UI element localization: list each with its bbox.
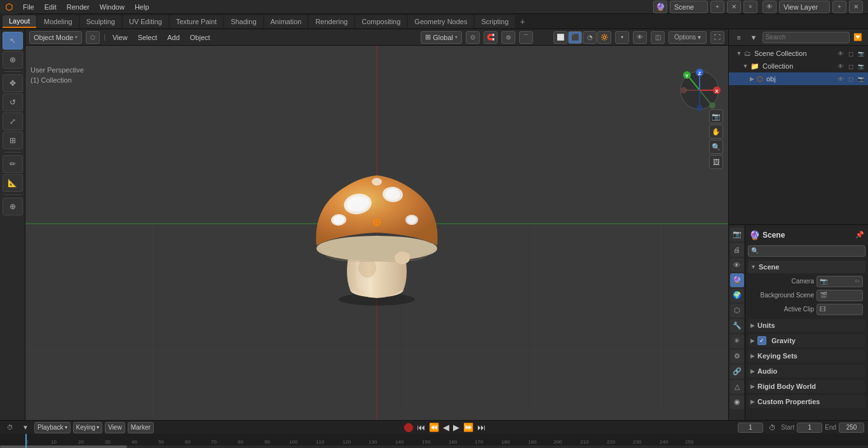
zoom-btn[interactable]: 🔍 (709, 140, 723, 154)
prop-tab-data[interactable]: △ (730, 380, 744, 394)
start-frame-input[interactable]: 1 (797, 423, 822, 433)
viewport-scene[interactable]: User Perspective (1) Collection X Y (25, 46, 728, 420)
prop-section-keying-header[interactable]: ▶ Keying Sets (748, 350, 865, 362)
tab-shading[interactable]: Shading (224, 15, 262, 28)
tab-modeling[interactable]: Modeling (37, 15, 79, 28)
proportional-btn[interactable]: ⊚ (501, 31, 515, 44)
step-forward-btn[interactable]: ⏩ (462, 423, 475, 432)
new-scene-btn[interactable]: + (710, 1, 724, 13)
wireframe-shading-btn[interactable]: ⬜ (553, 31, 567, 44)
scene-selector[interactable]: Scene (670, 1, 708, 13)
outliner-filter-btn[interactable]: 🔽 (852, 31, 864, 44)
record-btn[interactable] (404, 423, 413, 432)
tool-annotate[interactable]: ✏ (3, 155, 23, 173)
background-scene-value[interactable]: 🎬 (817, 290, 863, 301)
prop-tab-object[interactable]: ⬡ (730, 304, 744, 318)
tool-add[interactable]: ⊕ (3, 198, 23, 215)
menu-file[interactable]: File (18, 0, 39, 14)
sc-render-icon[interactable]: 📷 (857, 49, 865, 58)
fullscreen-btn[interactable]: ⛶ (710, 31, 724, 44)
prop-section-audio-header[interactable]: ▶ Audio (748, 365, 865, 377)
vp-select-menu[interactable]: Select (135, 31, 161, 44)
tool-rotate[interactable]: ↺ (3, 93, 23, 111)
xray-btn[interactable]: ◫ (651, 31, 665, 44)
current-frame-input[interactable]: 1 (738, 423, 763, 433)
vp-add-menu[interactable]: Add (164, 31, 183, 44)
menu-help[interactable]: Help (130, 0, 154, 14)
prop-tab-modifiers[interactable]: 🔧 (730, 319, 744, 333)
play-reverse-btn[interactable]: ◀ (442, 423, 451, 432)
tab-rendering[interactable]: Rendering (309, 15, 354, 28)
camera-view-btn[interactable]: 📷 (709, 109, 723, 123)
obj-select-icon[interactable]: ◻ (846, 74, 855, 83)
transform-pivot-btn[interactable]: ⊙ (466, 31, 480, 44)
prop-pin-btn[interactable]: 📌 (855, 231, 864, 239)
proportional2-btn[interactable]: ⌒ (519, 31, 533, 44)
prop-tab-view-layer[interactable]: 👁 (730, 258, 744, 272)
rendered-shading-btn[interactable]: 🔆 (597, 31, 611, 44)
hand-pan-btn[interactable]: ✋ (709, 125, 723, 139)
prop-tab-scene[interactable]: 🔮 (730, 273, 744, 287)
menu-edit[interactable]: Edit (39, 0, 62, 14)
tool-select[interactable]: ↖ (3, 32, 23, 50)
prop-section-scene-header[interactable]: ▼ Scene (748, 261, 865, 273)
vp-view-menu[interactable]: View (109, 31, 131, 44)
keying-dropdown[interactable]: Keying ▾ (73, 422, 103, 433)
tool-scale[interactable]: ⤢ (3, 112, 23, 130)
scene-menu-btn[interactable]: ≡ (743, 1, 757, 13)
scrubber[interactable]: 0 10 20 30 40 50 60 70 80 90 100 110 120… (0, 434, 868, 448)
prop-tab-world[interactable]: 🌍 (730, 288, 744, 302)
new-viewlayer-btn[interactable]: + (832, 1, 846, 13)
transform-gizmo[interactable] (372, 217, 382, 229)
expand-scene-collection[interactable]: ▼ (735, 50, 743, 57)
overlay-btn[interactable]: 👁 (633, 31, 647, 44)
add-workspace-btn[interactable]: + (516, 15, 529, 28)
gravity-checkbox-box[interactable]: ✓ (757, 336, 766, 345)
obj-vis-icon[interactable]: 👁 (836, 74, 845, 83)
nav-gizmo[interactable]: X Y Z (677, 68, 722, 112)
delete-scene-btn[interactable]: ✕ (727, 1, 741, 13)
tab-geometry-nodes[interactable]: Geometry Nodes (408, 15, 473, 28)
tool-transform[interactable]: ⊞ (3, 132, 23, 149)
outliner-view-icon[interactable]: ▼ (747, 31, 759, 44)
prop-section-units-header[interactable]: ▶ Units (748, 319, 865, 332)
scrubber-track[interactable]: 0 10 20 30 40 50 60 70 80 90 100 110 120… (0, 434, 868, 448)
sc-vis-icon[interactable]: 👁 (836, 49, 845, 58)
col-render-icon[interactable]: 📷 (857, 62, 865, 71)
step-back-btn[interactable]: ⏪ (428, 423, 440, 432)
playback-dropdown[interactable]: Playback ▾ (34, 422, 71, 433)
scrubber-scrollbar-thumb[interactable] (0, 445, 127, 448)
transform-orientation[interactable]: ⊞ Global ▾ (421, 31, 462, 44)
view-dropdown[interactable]: View (105, 422, 125, 433)
outliner-item-collection[interactable]: ▼ 📁 Collection 👁 ◻ 📷 (729, 60, 868, 72)
tab-animation[interactable]: Animation (264, 15, 308, 28)
prop-tab-render[interactable]: 📷 (730, 227, 744, 241)
camera-value[interactable]: 📷 ✏ (817, 276, 863, 287)
tab-scripting[interactable]: Scripting (475, 15, 515, 28)
solid-shading-btn[interactable]: ⬛ (568, 31, 582, 44)
outliner-item-obj[interactable]: ▶ ⬡ obj 👁 ◻ 📷 (729, 72, 868, 85)
sc-select-icon[interactable]: ◻ (846, 49, 855, 58)
prop-tab-output[interactable]: 🖨 (730, 243, 744, 257)
prop-tab-material[interactable]: ◉ (730, 395, 744, 409)
camera-edit-btn[interactable]: ✏ (855, 278, 860, 285)
material-shading-btn[interactable]: ◔ (583, 31, 597, 44)
marker-dropdown[interactable]: Marker (128, 422, 154, 433)
play-btn[interactable]: ▶ (452, 423, 461, 432)
jump-to-end-btn[interactable]: ⏭ (476, 423, 487, 432)
menu-render[interactable]: Render (62, 0, 95, 14)
object-mode-selector[interactable]: Object Mode ▾ (29, 31, 82, 44)
end-frame-input[interactable]: 250 (839, 423, 864, 433)
shading-options-btn[interactable]: ▾ (615, 31, 629, 44)
obj-render-icon[interactable]: 📷 (857, 74, 865, 83)
image-bg-btn[interactable]: 🖼 (709, 155, 723, 169)
options-btn[interactable]: Options ▾ (668, 31, 707, 44)
gravity-checkbox[interactable]: ✓ (757, 336, 766, 345)
timeline-menu-btn[interactable]: ▼ (19, 422, 32, 433)
prop-section-rigid-header[interactable]: ▶ Rigid Body World (748, 380, 865, 393)
prop-tab-physics[interactable]: ⚙ (730, 350, 744, 363)
tool-measure[interactable]: 📐 (3, 174, 23, 192)
expand-collection[interactable]: ▼ (742, 62, 749, 70)
outliner-search-input[interactable] (763, 32, 850, 43)
viewlayer-selector[interactable]: View Layer (779, 1, 830, 13)
